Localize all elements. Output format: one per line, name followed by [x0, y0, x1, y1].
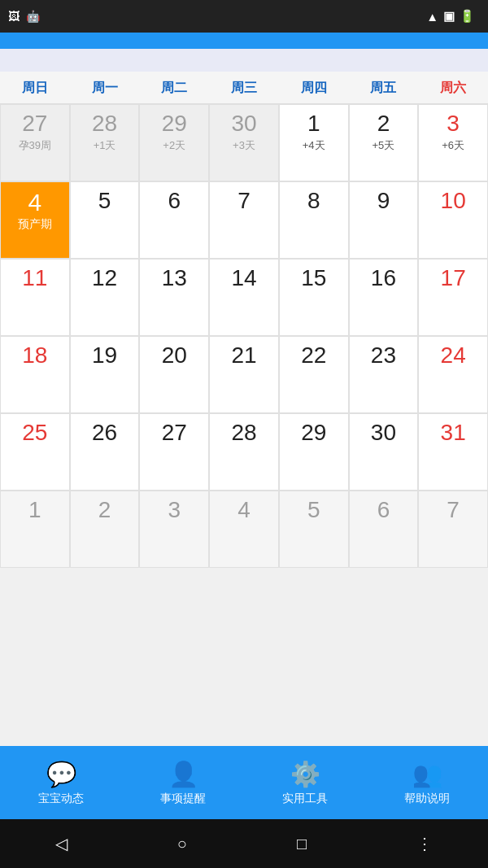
- day-number: 13: [162, 266, 187, 291]
- calendar-day[interactable]: 2+5天: [349, 104, 419, 181]
- calendar-day[interactable]: 14: [209, 259, 279, 336]
- calendar-day[interactable]: 7: [418, 491, 488, 568]
- nav-item-帮助说明[interactable]: 👥帮助说明: [366, 760, 488, 806]
- day-number: 29: [162, 111, 187, 137]
- calendar-day[interactable]: 18: [0, 336, 70, 413]
- day-number: 28: [231, 421, 256, 446]
- day-number: 6: [377, 498, 390, 523]
- calendar-day[interactable]: 25: [0, 413, 70, 491]
- day-number: 3: [447, 111, 460, 137]
- calendar-day[interactable]: 6: [139, 181, 209, 259]
- day-number: 3: [168, 498, 181, 523]
- day-number: 25: [22, 421, 47, 446]
- calendar-day[interactable]: 4: [209, 491, 279, 568]
- day-number: 30: [371, 421, 396, 446]
- dow-cell: 周三: [209, 72, 279, 103]
- day-number: 22: [301, 343, 326, 369]
- day-number: 27: [22, 111, 47, 137]
- calendar-header: [0, 49, 488, 72]
- nav-label: 实用工具: [282, 792, 328, 806]
- calendar-day[interactable]: 19: [70, 336, 140, 413]
- calendar-day[interactable]: 9: [349, 181, 419, 259]
- status-left-icons: 🖼 🤖: [8, 10, 40, 23]
- nav-label: 事项提醒: [160, 792, 206, 806]
- day-number: 4: [28, 189, 42, 216]
- day-sub-label: +4天: [303, 138, 325, 153]
- bottom-nav: 💬宝宝动态👤事项提醒⚙️实用工具👥帮助说明: [0, 746, 488, 819]
- day-number: 2: [377, 111, 390, 137]
- calendar-day[interactable]: 3+6天: [418, 104, 488, 181]
- calendar-day[interactable]: 15: [279, 259, 349, 336]
- android-nav: ◁ ○ □ ⋮: [0, 819, 488, 868]
- day-number: 17: [441, 266, 466, 291]
- calendar-day[interactable]: 11: [0, 259, 70, 336]
- calendar-day[interactable]: 4预产期: [0, 181, 70, 259]
- home-button[interactable]: ○: [177, 835, 187, 853]
- dow-cell: 周一: [70, 72, 140, 103]
- day-of-week-header: 周日周一周二周三周四周五周六: [0, 72, 488, 104]
- dow-cell: 周五: [349, 72, 419, 103]
- calendar-day[interactable]: 30: [349, 413, 419, 491]
- notification-bar: [0, 33, 488, 49]
- nav-icon: ⚙️: [290, 760, 320, 788]
- calendar-day[interactable]: 21: [209, 336, 279, 413]
- calendar-day[interactable]: 23: [349, 336, 419, 413]
- calendar-day[interactable]: 24: [418, 336, 488, 413]
- battery-icon: 🔋: [460, 9, 475, 24]
- calendar-day[interactable]: 13: [139, 259, 209, 336]
- calendar-day[interactable]: 8: [279, 181, 349, 259]
- signal-icon: ▣: [443, 9, 455, 24]
- nav-item-宝宝动态[interactable]: 💬宝宝动态: [0, 760, 122, 806]
- calendar-day[interactable]: 5: [70, 181, 140, 259]
- calendar-day[interactable]: 28: [209, 413, 279, 491]
- day-number: 29: [301, 421, 326, 446]
- menu-button[interactable]: ⋮: [416, 834, 433, 853]
- back-button[interactable]: ◁: [55, 834, 68, 853]
- calendar-day[interactable]: 27: [139, 413, 209, 491]
- day-number: 18: [22, 343, 47, 369]
- dow-cell: 周四: [279, 72, 349, 103]
- day-number: 4: [237, 498, 251, 523]
- day-number: 7: [447, 498, 460, 523]
- calendar-day[interactable]: 10: [418, 181, 488, 259]
- day-sub-label: +1天: [94, 138, 116, 153]
- day-sub-label: +3天: [233, 138, 255, 153]
- day-sub-label: +6天: [442, 138, 464, 153]
- nav-icon: 👤: [168, 760, 198, 788]
- day-number: 11: [22, 266, 47, 291]
- recent-button[interactable]: □: [297, 835, 307, 853]
- calendar-day[interactable]: 5: [279, 491, 349, 568]
- day-number: 7: [237, 189, 251, 214]
- day-number: 10: [441, 189, 466, 214]
- day-number: 14: [231, 266, 256, 291]
- nav-item-实用工具[interactable]: ⚙️实用工具: [244, 760, 366, 806]
- calendar-day[interactable]: 30+3天: [209, 104, 279, 181]
- calendar-day[interactable]: 28+1天: [70, 104, 140, 181]
- day-number: 31: [441, 421, 466, 446]
- calendar-day[interactable]: 7: [209, 181, 279, 259]
- nav-label: 宝宝动态: [38, 792, 84, 806]
- day-sub-label: +5天: [373, 138, 395, 153]
- day-number: 30: [231, 111, 256, 137]
- calendar-day[interactable]: 29+2天: [139, 104, 209, 181]
- calendar-day[interactable]: 29: [279, 413, 349, 491]
- day-number: 5: [307, 498, 320, 523]
- calendar-day[interactable]: 2: [70, 491, 140, 568]
- calendar-day[interactable]: 20: [139, 336, 209, 413]
- calendar-day[interactable]: 1+4天: [279, 104, 349, 181]
- day-number: 16: [371, 266, 396, 291]
- calendar-day[interactable]: 17: [418, 259, 488, 336]
- calendar-day[interactable]: 12: [70, 259, 140, 336]
- calendar-day[interactable]: 22: [279, 336, 349, 413]
- calendar-day[interactable]: 3: [139, 491, 209, 568]
- calendar-day[interactable]: 6: [349, 491, 419, 568]
- calendar-day[interactable]: 27孕39周: [0, 104, 70, 181]
- calendar-day[interactable]: 26: [70, 413, 140, 491]
- day-number: 23: [371, 343, 396, 369]
- calendar-day[interactable]: 31: [418, 413, 488, 491]
- day-number: 9: [377, 189, 390, 214]
- calendar-day[interactable]: 16: [349, 259, 419, 336]
- calendar-day[interactable]: 1: [0, 491, 70, 568]
- nav-item-事项提醒[interactable]: 👤事项提醒: [122, 760, 244, 806]
- day-sub-label: 预产期: [18, 217, 52, 232]
